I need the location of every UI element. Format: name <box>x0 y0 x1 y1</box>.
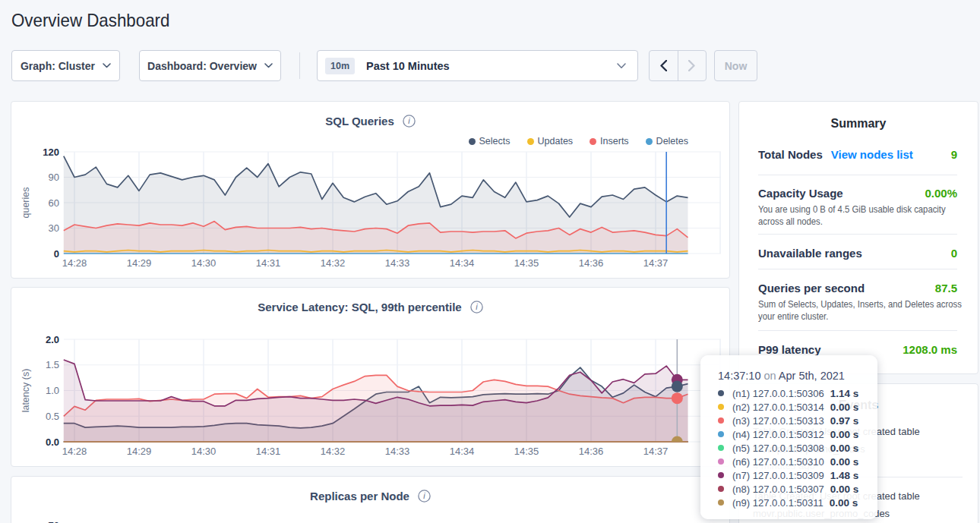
legend-item-inserts[interactable]: Inserts <box>590 136 629 147</box>
tooltip-timestamp: 14:37:10 on Apr 5th, 2021 <box>718 368 855 383</box>
tooltip-node-label: (n6) 127.0.0.1:50310 <box>732 456 824 468</box>
total-nodes-label: Total Nodes <box>758 148 823 161</box>
chevron-left-icon <box>660 60 667 71</box>
tooltip-node-label: (n8) 127.0.0.1:50307 <box>732 484 824 495</box>
tooltip-row: (n6) 127.0.0.1:503100.00 s <box>718 455 855 468</box>
legend-dot <box>469 138 476 145</box>
unavailable-ranges-label: Unavailable ranges <box>758 247 862 260</box>
svg-text:14:29: 14:29 <box>127 446 152 457</box>
svg-text:14:31: 14:31 <box>256 257 281 269</box>
summary-divider <box>758 330 957 331</box>
time-prev-button[interactable] <box>650 51 678 80</box>
page-title: Overview Dashboard <box>11 10 169 31</box>
tooltip-node-value: 0.97 s <box>824 415 859 427</box>
series-color-dot <box>718 499 724 506</box>
info-icon[interactable]: i <box>403 115 416 128</box>
queries-per-second-value: 87.5 <box>935 282 957 295</box>
tooltip-row: (n2) 127.0.0.1:503140.00 s <box>718 400 855 414</box>
queries-per-second-label: Queries per second <box>758 282 865 295</box>
summary-divider <box>758 269 957 269</box>
legend-label: Updates <box>538 136 574 147</box>
info-icon[interactable]: i <box>470 301 483 313</box>
time-range-label: Past 10 Minutes <box>366 60 450 72</box>
svg-text:14:35: 14:35 <box>514 257 539 269</box>
series-color-dot <box>718 404 724 410</box>
info-icon[interactable]: i <box>418 490 431 503</box>
svg-text:0.5: 0.5 <box>46 411 59 422</box>
svg-text:14:37: 14:37 <box>643 257 669 269</box>
svg-text:2.0: 2.0 <box>46 334 59 345</box>
time-next-button[interactable] <box>678 51 707 80</box>
tooltip-node-label: (n1) 127.0.0.1:50306 <box>732 388 824 399</box>
svg-text:14:34: 14:34 <box>450 446 475 457</box>
series-color-dot <box>718 417 724 424</box>
now-button[interactable]: Now <box>714 50 757 81</box>
unavailable-ranges-value: 0 <box>951 247 957 260</box>
view-nodes-list-link[interactable]: View nodes list <box>831 148 913 161</box>
svg-text:1.5: 1.5 <box>46 359 59 370</box>
tooltip-row: (n8) 127.0.0.1:503070.00 s <box>718 482 855 496</box>
time-range-dropdown[interactable]: 10m Past 10 Minutes <box>317 50 638 81</box>
series-color-dot <box>718 458 724 465</box>
svg-text:14:29: 14:29 <box>127 257 152 269</box>
controls-divider <box>299 52 300 79</box>
tooltip-node-value: 1.14 s <box>824 388 859 399</box>
tooltip-node-value: 0.00 s <box>824 484 859 495</box>
svg-text:1.0: 1.0 <box>46 385 59 396</box>
summary-title: Summary <box>739 117 978 131</box>
capacity-usage-label: Capacity Usage <box>758 187 843 200</box>
svg-text:120: 120 <box>43 147 59 158</box>
graph-dropdown[interactable]: Graph: Cluster <box>11 50 120 81</box>
svg-text:0.0: 0.0 <box>46 436 59 448</box>
tooltip-node-value: 0.00 s <box>824 429 859 440</box>
summary-panel: Summary Total Nodes View nodes list 9 Ca… <box>738 101 978 374</box>
summary-divider <box>758 175 957 175</box>
p99-latency-label: P99 latency <box>758 343 821 356</box>
chevron-down-icon <box>103 63 111 68</box>
svg-text:i: i <box>476 302 478 311</box>
svg-text:14:28: 14:28 <box>62 257 87 269</box>
legend-label: Inserts <box>600 136 629 147</box>
dashboard-dropdown-label: Dashboard: Overview <box>147 60 257 72</box>
summary-row-total-nodes: Total Nodes View nodes list 9 <box>758 148 957 161</box>
legend-item-selects[interactable]: Selects <box>469 136 511 147</box>
summary-row-capacity: Capacity Usage 0.00% <box>758 187 957 200</box>
tooltip-node-label: (n9) 127.0.0.1:50311 <box>732 497 824 509</box>
series-color-dot <box>718 390 724 396</box>
summary-divider <box>758 234 957 235</box>
tooltip-row: (n4) 127.0.0.1:503120.00 s <box>718 427 855 441</box>
tooltip-node-value: 0.00 s <box>824 497 858 509</box>
queries-per-second-description: Sum of Selects, Updates, Inserts, and De… <box>758 298 936 323</box>
dashboard-dropdown[interactable]: Dashboard: Overview <box>139 50 281 81</box>
svg-text:i: i <box>423 491 425 500</box>
svg-text:14:30: 14:30 <box>191 257 217 269</box>
tooltip-row: (n7) 127.0.0.1:503091.48 s <box>718 468 855 482</box>
svg-text:70: 70 <box>49 520 59 523</box>
sql-queries-plot[interactable]: 030609012014:2814:2914:3014:3114:3214:33… <box>11 102 729 278</box>
svg-text:14:33: 14:33 <box>385 257 410 269</box>
time-range-badge: 10m <box>325 58 355 74</box>
chart-hover-tooltip: 14:37:10 on Apr 5th, 2021 (n1) 127.0.0.1… <box>700 355 877 519</box>
svg-text:14:30: 14:30 <box>191 446 217 457</box>
summary-row-qps: Queries per second 87.5 <box>758 282 957 295</box>
time-arrows-group <box>649 50 707 81</box>
svg-text:14:33: 14:33 <box>385 446 410 457</box>
legend-item-updates[interactable]: Updates <box>527 136 574 147</box>
tooltip-row: (n9) 127.0.0.1:503110.00 s <box>718 496 855 509</box>
tooltip-node-label: (n2) 127.0.0.1:50314 <box>732 402 824 413</box>
series-color-dot <box>718 445 724 451</box>
legend-item-deletes[interactable]: Deletes <box>646 136 688 147</box>
service-latency-plot[interactable]: 0.00.51.01.52.014:2814:2914:3014:3114:32… <box>11 288 729 466</box>
svg-text:latency (s): latency (s) <box>21 369 31 413</box>
p99-latency-value: 1208.0 ms <box>903 343 957 356</box>
legend-dot <box>590 138 596 145</box>
svg-text:queries: queries <box>21 187 31 219</box>
total-nodes-value: 9 <box>951 148 957 161</box>
svg-text:14:31: 14:31 <box>256 446 281 457</box>
svg-text:14:37: 14:37 <box>643 446 669 457</box>
tooltip-row: (n5) 127.0.0.1:503080.00 s <box>718 441 855 455</box>
svg-text:0: 0 <box>54 248 59 260</box>
tooltip-node-value: 1.48 s <box>824 470 859 481</box>
tooltip-node-value: 0.00 s <box>824 456 859 468</box>
svg-text:90: 90 <box>49 172 59 183</box>
